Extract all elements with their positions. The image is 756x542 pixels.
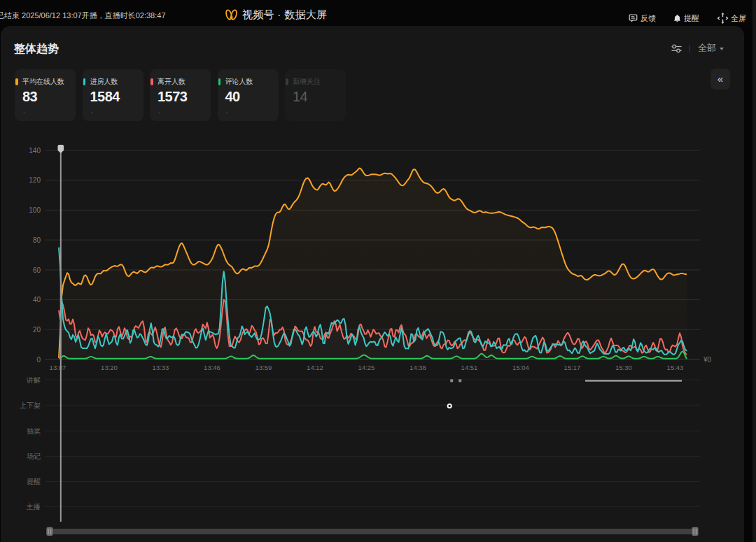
svg-text:14:51: 14:51: [461, 364, 478, 371]
svg-text:100: 100: [29, 206, 41, 214]
svg-text:场记: 场记: [27, 452, 41, 460]
svg-text:15:17: 15:17: [564, 364, 581, 371]
svg-text:抽奖: 抽奖: [27, 427, 41, 435]
svg-text:15:30: 15:30: [615, 364, 632, 371]
svg-text:14:25: 14:25: [358, 364, 375, 371]
svg-text:讲解: 讲解: [26, 376, 41, 384]
svg-text:0: 0: [36, 356, 41, 364]
svg-text:13:59: 13:59: [255, 364, 272, 371]
svg-text:120: 120: [29, 176, 41, 184]
svg-text:13:20: 13:20: [101, 364, 118, 371]
svg-text:13:07: 13:07: [50, 364, 66, 371]
svg-text:¥0: ¥0: [703, 356, 712, 364]
svg-text:14:38: 14:38: [410, 364, 426, 371]
svg-text:14:12: 14:12: [307, 364, 323, 371]
svg-text:80: 80: [33, 236, 41, 244]
svg-text:上下架: 上下架: [19, 401, 41, 409]
svg-text:主播: 主播: [26, 503, 41, 511]
svg-text:13:33: 13:33: [153, 364, 169, 371]
svg-text:20: 20: [33, 326, 41, 334]
svg-text:15:04: 15:04: [512, 364, 529, 371]
svg-text:40: 40: [33, 296, 41, 304]
svg-text:15:43: 15:43: [667, 364, 684, 371]
svg-text:140: 140: [29, 147, 41, 155]
svg-text:60: 60: [33, 266, 41, 274]
svg-text:提醒: 提醒: [27, 478, 41, 485]
svg-text:13:46: 13:46: [204, 364, 220, 371]
